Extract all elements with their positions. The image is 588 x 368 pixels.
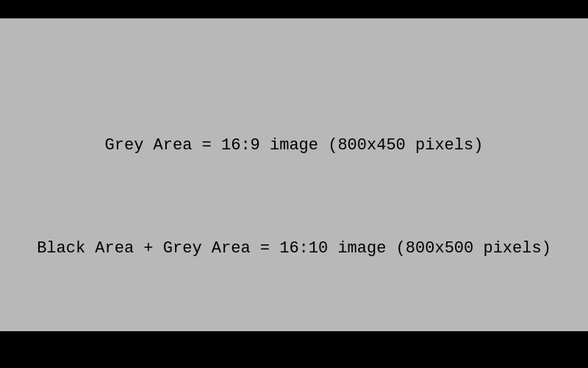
top-black-bar bbox=[0, 0, 588, 18]
grey-area: Grey Area = 16:9 image (800x450 pixels) … bbox=[0, 18, 588, 350]
full-area-label: Black Area + Grey Area = 16:10 image (80… bbox=[0, 239, 588, 258]
page-container: Grey Area = 16:9 image (800x450 pixels) … bbox=[0, 0, 588, 368]
grey-area-label: Grey Area = 16:9 image (800x450 pixels) bbox=[0, 136, 588, 155]
bottom-black-bar bbox=[0, 331, 588, 350]
